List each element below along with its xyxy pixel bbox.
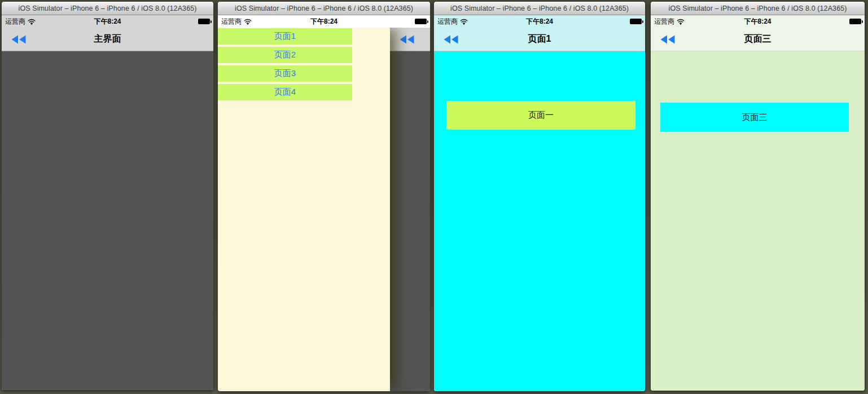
battery-group xyxy=(198,19,210,24)
carrier-label: 运营商 xyxy=(221,17,242,26)
carrier-label: 运营商 xyxy=(654,17,674,26)
battery-icon xyxy=(198,19,210,24)
desktop-background: iOS Simulator – iPhone 6 – iPhone 6 / iO… xyxy=(0,0,868,394)
page1-button[interactable]: 页面一 xyxy=(446,101,635,130)
battery-group xyxy=(849,19,861,24)
nav-title-page1: 页面1 xyxy=(528,33,551,45)
window-title: iOS Simulator – iPhone 6 – iPhone 6 / iO… xyxy=(235,5,413,12)
window-title: iOS Simulator – iPhone 6 – iPhone 6 / iO… xyxy=(669,5,847,12)
wifi-icon xyxy=(677,19,685,25)
back-button[interactable] xyxy=(400,35,414,44)
nav-title-main: 主界面 xyxy=(94,33,121,45)
carrier-group: 运营商 xyxy=(221,17,252,26)
back-button[interactable] xyxy=(660,35,675,44)
carrier-group: 运营商 xyxy=(654,17,685,26)
wifi-icon xyxy=(244,19,252,25)
window-title: iOS Simulator – iPhone 6 – iPhone 6 / iO… xyxy=(450,5,629,12)
status-bar: 下午8:24 运营商 xyxy=(434,15,645,28)
wifi-icon xyxy=(28,19,36,25)
window-title-bar[interactable]: iOS Simulator – iPhone 6 – iPhone 6 / iO… xyxy=(434,2,645,15)
nav-title-page3: 页面三 xyxy=(744,33,771,45)
menu-button-page1[interactable]: 页面1 xyxy=(218,28,352,45)
carrier-group: 运营商 xyxy=(5,17,36,26)
simulator-window-main: iOS Simulator – iPhone 6 – iPhone 6 / iO… xyxy=(1,1,214,391)
menu-button-page4[interactable]: 页面4 xyxy=(218,84,352,100)
status-bar: 下午8:24 运营商 xyxy=(218,15,430,28)
wifi-icon xyxy=(460,19,468,25)
status-bar: 下午8:24 运营商 xyxy=(2,15,213,28)
simulator-window-page1: iOS Simulator – iPhone 6 – iPhone 6 / iO… xyxy=(433,1,646,392)
menu-button-label: 页面1 xyxy=(274,31,296,42)
window-title: iOS Simulator – iPhone 6 – iPhone 6 / iO… xyxy=(19,5,197,12)
carrier-label: 运营商 xyxy=(5,17,25,26)
carrier-group: 运营商 xyxy=(437,17,468,26)
page1-body: 页面一 xyxy=(434,51,645,391)
main-screen-body xyxy=(2,51,213,390)
drawer-menu: 页面1 页面2 页面3 页面4 xyxy=(218,28,390,391)
battery-icon xyxy=(630,19,642,24)
battery-icon xyxy=(415,19,427,24)
page1-button-label: 页面一 xyxy=(528,110,554,121)
simulator-window-drawer: iOS Simulator – iPhone 6 – iPhone 6 / iO… xyxy=(217,1,431,392)
window-title-bar[interactable]: iOS Simulator – iPhone 6 – iPhone 6 / iO… xyxy=(651,2,865,15)
window-title-bar[interactable]: iOS Simulator – iPhone 6 – iPhone 6 / iO… xyxy=(218,2,430,15)
drawer-screen: 页面1 页面2 页面3 页面4 xyxy=(218,28,430,391)
window-title-bar[interactable]: iOS Simulator – iPhone 6 – iPhone 6 / iO… xyxy=(2,2,213,15)
page3-button-label: 页面三 xyxy=(742,112,768,123)
simulator-window-page3: iOS Simulator – iPhone 6 – iPhone 6 / iO… xyxy=(650,1,865,391)
back-button[interactable] xyxy=(444,35,458,44)
battery-group xyxy=(415,19,427,24)
battery-icon xyxy=(849,19,861,24)
nav-bar-main: 主界面 xyxy=(2,28,213,51)
revealed-nav-bar xyxy=(390,28,430,51)
menu-button-label: 页面3 xyxy=(274,68,296,79)
menu-button-label: 页面4 xyxy=(274,87,296,98)
nav-bar-page3: 页面三 xyxy=(651,28,865,51)
status-bar: 下午8:24 运营商 xyxy=(651,15,865,28)
menu-button-page2[interactable]: 页面2 xyxy=(218,47,352,63)
carrier-label: 运营商 xyxy=(437,17,458,26)
battery-group xyxy=(630,19,642,24)
back-button[interactable] xyxy=(11,35,26,44)
menu-button-label: 页面2 xyxy=(274,50,296,60)
page3-body: 页面三 xyxy=(651,51,865,391)
page3-button[interactable]: 页面三 xyxy=(660,103,849,132)
nav-bar-page1: 页面1 xyxy=(434,28,645,51)
menu-button-page3[interactable]: 页面3 xyxy=(218,65,352,82)
